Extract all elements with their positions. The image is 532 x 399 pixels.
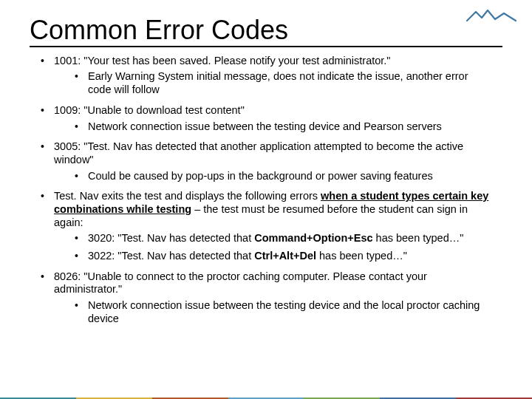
- sub-text: Early Warning System initial message, do…: [88, 70, 468, 95]
- sub-pre: 3020: "Test. Nav has detected that: [88, 232, 254, 244]
- mountain-logo-icon: [466, 7, 517, 25]
- bullet-text: 3005: "Test. Nav has detected that anoth…: [54, 140, 463, 166]
- sub-bullet: Network connection issue between the tes…: [75, 120, 491, 134]
- bullet-text: 1009: "Unable to download test content": [54, 104, 245, 116]
- sub-pre: 3022: "Test. Nav has detected that: [88, 250, 254, 262]
- slide: Common Error Codes 1001: "Your test has …: [0, 6, 532, 399]
- bullet-testnav-exit: Test. Nav exits the test and displays th…: [41, 190, 491, 262]
- sub-bullet-3020: 3020: "Test. Nav has detected that Comma…: [75, 232, 491, 245]
- sub-bullet: Early Warning System initial message, do…: [75, 70, 491, 96]
- sub-bullet-3022: 3022: "Test. Nav has detected that Ctrl+…: [75, 250, 491, 263]
- slide-title: Common Error Codes: [30, 6, 502, 44]
- sub-text: Network connection issue between the tes…: [88, 299, 480, 324]
- title-rule: Common Error Codes: [30, 6, 502, 47]
- sub-post: has been typed…": [316, 250, 407, 262]
- sub-bold: Ctrl+Alt+Del: [254, 250, 316, 262]
- content-area: 1001: "Your test has been saved. Please …: [41, 55, 491, 326]
- bullet-text: 8026: "Unable to connect to the proctor …: [54, 270, 427, 296]
- bullet-1009: 1009: "Unable to download test content" …: [41, 104, 491, 133]
- sub-bullet: Network connection issue between the tes…: [75, 299, 491, 325]
- bullet-8026: 8026: "Unable to connect to the proctor …: [41, 270, 491, 326]
- sub-text: Network connection issue between the tes…: [88, 120, 442, 132]
- sub-text: Could be caused by pop-ups in the backgr…: [88, 170, 433, 182]
- bullet-1001: 1001: "Your test has been saved. Please …: [41, 55, 491, 97]
- bullet-text-pre: Test. Nav exits the test and displays th…: [54, 190, 321, 202]
- bullet-3005: 3005: "Test. Nav has detected that anoth…: [41, 140, 491, 183]
- sub-bold: Command+Option+Esc: [254, 232, 372, 244]
- bullet-text: 1001: "Your test has been saved. Please …: [54, 55, 391, 66]
- sub-post: has been typed…": [373, 232, 464, 244]
- sub-bullet: Could be caused by pop-ups in the backgr…: [75, 170, 491, 183]
